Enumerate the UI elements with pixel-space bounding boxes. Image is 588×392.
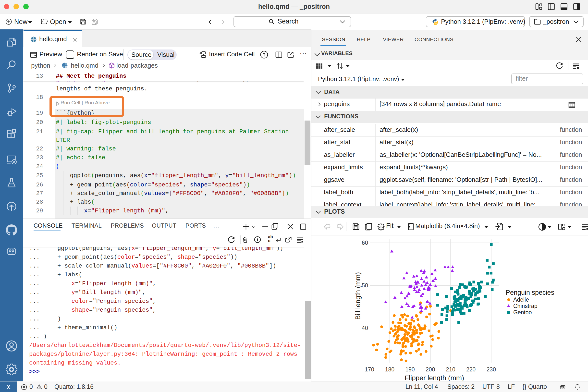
svg-text:50: 50 bbox=[362, 282, 368, 288]
svg-text:Bill length (mm): Bill length (mm) bbox=[354, 272, 362, 320]
svg-text:Chinstrap: Chinstrap bbox=[513, 303, 537, 309]
svg-text:Penguin species: Penguin species bbox=[506, 289, 554, 296]
svg-text:220: 220 bbox=[466, 366, 476, 373]
svg-text:180: 180 bbox=[385, 366, 394, 373]
svg-text:Adelie: Adelie bbox=[513, 296, 529, 303]
svg-text:200: 200 bbox=[426, 366, 435, 373]
svg-text:40: 40 bbox=[362, 325, 368, 331]
svg-text:Flipper length (mm): Flipper length (mm) bbox=[405, 374, 464, 381]
svg-text:210: 210 bbox=[446, 366, 455, 373]
svg-text:Gentoo: Gentoo bbox=[513, 309, 532, 316]
svg-text:60: 60 bbox=[362, 240, 368, 246]
svg-text:170: 170 bbox=[365, 366, 374, 373]
svg-text:190: 190 bbox=[406, 366, 415, 373]
svg-text:230: 230 bbox=[486, 366, 496, 373]
